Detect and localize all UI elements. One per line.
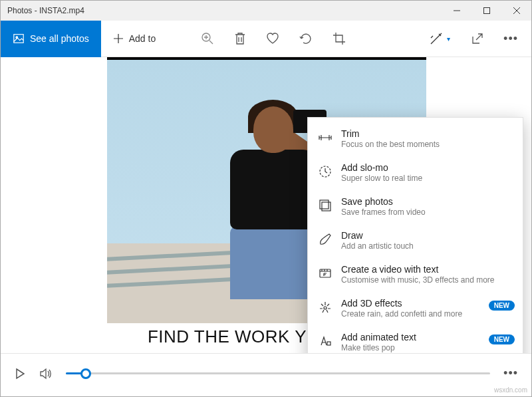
draw-icon (317, 231, 333, 247)
animtext-icon (317, 333, 333, 349)
svg-point-8 (324, 307, 327, 309)
dd-title: Create a video with text (341, 264, 513, 275)
plus-icon (113, 33, 124, 44)
seek-thumb[interactable] (80, 368, 91, 379)
edit-create-dropdown: TrimFocus on the best moments Add slo-mo… (307, 117, 523, 353)
dropdown-draw[interactable]: DrawAdd an artistic touch (308, 223, 523, 257)
slomo-icon (317, 164, 333, 180)
dd-sub: Save frames from video (341, 207, 513, 217)
seek-slider[interactable] (66, 367, 490, 380)
crop-icon[interactable] (332, 32, 346, 45)
volume-button[interactable] (39, 368, 53, 380)
dropdown-videotext[interactable]: Create a video with textCustomise with m… (308, 257, 523, 291)
videotext-icon (317, 265, 333, 281)
svg-rect-9 (327, 342, 331, 345)
add-to-button[interactable]: Add to (101, 21, 168, 57)
titlebar: Photos - INSTA2.mp4 (1, 1, 531, 21)
delete-icon[interactable] (234, 32, 246, 45)
saveframe-icon (317, 198, 333, 213)
play-button[interactable] (14, 368, 26, 380)
image-icon (13, 33, 25, 45)
dropdown-slomo[interactable]: Add slo-moSuper slow to real time (308, 156, 523, 190)
dropdown-savephotos[interactable]: Save photosSave frames from video (308, 190, 523, 223)
zoom-icon[interactable] (201, 32, 214, 45)
new-badge: NEW (489, 334, 515, 344)
dd-sub: Focus on the best moments (341, 140, 513, 149)
dd-sub: Super slow to real time (341, 174, 513, 183)
edit-create-button[interactable]: ▾ (430, 32, 450, 45)
dd-title: Draw (341, 230, 513, 241)
dd-title: Save photos (341, 196, 513, 207)
dropdown-animtext[interactable]: Add animated textMake titles pop NEW (308, 325, 523, 353)
playback-more-icon[interactable]: ••• (503, 366, 518, 380)
svg-rect-5 (322, 202, 331, 211)
window-title: Photos - INSTA2.mp4 (7, 6, 442, 15)
dd-title: Trim (341, 128, 513, 139)
dd-title: Add 3D effects (341, 298, 513, 309)
toolbar: See all photos Add to ▾ ••• (1, 21, 531, 57)
more-icon[interactable]: ••• (503, 32, 518, 46)
see-all-photos-label: See all photos (30, 33, 89, 44)
playback-bar: ••• (1, 353, 531, 393)
dropdown-trim[interactable]: TrimFocus on the best moments (308, 122, 523, 156)
svg-rect-0 (483, 8, 489, 14)
dd-title: Add slo-mo (341, 162, 513, 173)
dd-sub: Customise with music, 3D effects and mor… (341, 275, 513, 285)
close-button[interactable] (501, 1, 531, 21)
dd-title: Add animated text (341, 332, 513, 342)
new-badge: NEW (489, 301, 515, 311)
see-all-photos-button[interactable]: See all photos (1, 21, 101, 57)
chevron-down-icon: ▾ (447, 35, 450, 43)
add-to-label: Add to (129, 33, 156, 44)
effects3d-icon (317, 299, 333, 315)
edit-icon (430, 32, 443, 45)
svg-rect-6 (320, 200, 329, 209)
dd-sub: Make titles pop (341, 343, 513, 352)
favorite-icon[interactable] (266, 32, 279, 45)
share-icon[interactable] (470, 32, 483, 45)
maximize-button[interactable] (471, 1, 501, 21)
dd-sub: Create rain, add confetti and more (341, 309, 513, 319)
trim-icon (317, 130, 333, 146)
dd-sub: Add an artistic touch (341, 241, 513, 251)
dropdown-3deffects[interactable]: Add 3D effectsCreate rain, add confetti … (308, 291, 523, 325)
video-canvas: FIND THE WORK YOU LOVE TrimFocus on the … (1, 57, 531, 353)
watermark: wsxdn.com (494, 386, 527, 394)
minimize-button[interactable] (442, 1, 471, 21)
rotate-icon[interactable] (299, 32, 313, 45)
